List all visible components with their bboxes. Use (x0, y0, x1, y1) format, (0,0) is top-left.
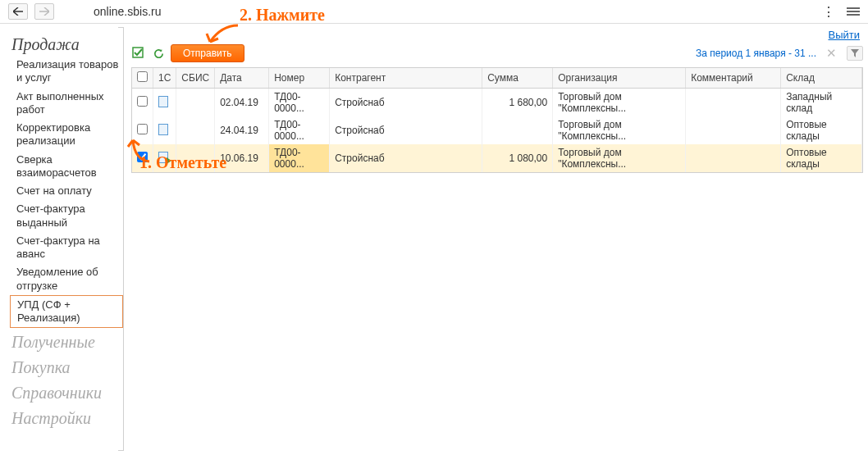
nav-section-refs[interactable]: Справочники (10, 379, 123, 404)
cell-comment (686, 144, 781, 172)
cell-date: 10.06.19 (215, 144, 269, 172)
top-right: Выйти (131, 24, 863, 43)
cell-org: Торговый дом "Комплексны... (553, 144, 686, 172)
nav-item-sf-advance[interactable]: Счет-фактура на аванс (10, 232, 123, 264)
col-counter[interactable]: Контрагент (330, 68, 482, 89)
col-checkbox[interactable] (132, 68, 153, 89)
nav-item-shipment[interactable]: Уведомление об отгрузке (10, 263, 123, 295)
col-1c[interactable]: 1С (153, 68, 176, 89)
cell-warehouse: Оптовые склады (781, 144, 862, 172)
cell-number: ТД00-0000... (269, 144, 330, 172)
url-display: online.sbis.ru (94, 5, 162, 18)
row-checkbox[interactable] (137, 96, 148, 107)
nav-item-upd[interactable]: УПД (СФ + Реализация) (10, 295, 123, 329)
row-checkbox[interactable] (137, 124, 148, 134)
cell-counter: Стройснаб (330, 116, 482, 144)
top-bar: online.sbis.ru ⋮ (0, 0, 868, 24)
cell-sbis (176, 144, 215, 172)
col-comment[interactable]: Комментарий (686, 68, 781, 89)
cell-sum: 1 680,00 (482, 89, 553, 117)
cell-org: Торговый дом "Комплексны... (553, 89, 686, 117)
send-button[interactable]: Отправить (171, 44, 244, 62)
sidebar: Продажа Реализация товаров и услуг Акт в… (0, 24, 123, 454)
doc-1c-icon (158, 152, 168, 163)
select-all-icon[interactable] (131, 46, 146, 61)
cell-date: 02.04.19 (215, 89, 269, 117)
cell-counter: Стройснаб (330, 89, 482, 117)
cell-warehouse: Западный склад (781, 89, 862, 117)
grid-header-row: 1С СБИС Дата Номер Контрагент Сумма Орга… (132, 68, 862, 89)
nav-item-reconcile[interactable]: Сверка взаиморасчетов (10, 151, 123, 183)
cell-org: Торговый дом "Комплексны... (553, 116, 686, 144)
table-row[interactable]: 24.04.19ТД00-0000...СтройснабТорговый до… (132, 116, 862, 144)
nav-back-button[interactable] (8, 3, 28, 20)
col-warehouse[interactable]: Склад (781, 68, 862, 89)
period-filter[interactable]: За период 1 января - 31 ... (696, 48, 816, 59)
nav-item-sf-issued[interactable]: Счет-фактура выданный (10, 200, 123, 232)
doc-1c-icon (158, 124, 168, 135)
cell-number: ТД00-0000... (269, 89, 330, 117)
doc-1c-icon (158, 96, 168, 107)
nav-forward-button[interactable] (34, 3, 54, 20)
grid: 1С СБИС Дата Номер Контрагент Сумма Орга… (131, 67, 863, 173)
cell-counter: Стройснаб (330, 144, 482, 172)
table-row[interactable]: 10.06.19ТД00-0000...Стройснаб1 080,00Тор… (132, 144, 862, 172)
cell-sum: 1 080,00 (482, 144, 553, 172)
cell-date: 24.04.19 (215, 116, 269, 144)
nav-section-sales[interactable]: Продажа (10, 30, 123, 56)
table-row[interactable]: 02.04.19ТД00-0000...Стройснаб1 680,00Тор… (132, 89, 862, 117)
more-icon[interactable]: ⋮ (817, 4, 840, 20)
toolbar: Отправить За период 1 января - 31 ... ✕ (131, 43, 863, 67)
nav-section-settings[interactable]: Настройки (10, 404, 123, 430)
nav-item-act[interactable]: Акт выполненных работ (10, 88, 123, 120)
logout-link[interactable]: Выйти (829, 29, 861, 41)
filter-icon[interactable] (847, 46, 863, 61)
col-date[interactable]: Дата (215, 68, 269, 89)
nav-item-correction[interactable]: Корректировка реализации (10, 119, 123, 151)
cell-number: ТД00-0000... (269, 116, 330, 144)
row-checkbox[interactable] (137, 152, 148, 162)
cell-sbis (176, 116, 215, 144)
nav-section-purchase[interactable]: Покупка (10, 353, 123, 379)
col-org[interactable]: Организация (553, 68, 686, 89)
cell-comment (686, 116, 781, 144)
col-sum[interactable]: Сумма (482, 68, 553, 89)
clear-filter-icon[interactable]: ✕ (821, 46, 842, 61)
col-number[interactable]: Номер (269, 68, 330, 89)
cell-sum (482, 116, 553, 144)
select-all-checkbox[interactable] (137, 71, 148, 82)
nav-item-invoice[interactable]: Счет на оплату (10, 182, 123, 200)
cell-sbis (176, 89, 215, 117)
col-sbis[interactable]: СБИС (176, 68, 215, 89)
content: 2. Нажмите Выйти Отправить За период 1 я… (123, 24, 868, 454)
nav-item-realization[interactable]: Реализация товаров и услуг (10, 56, 123, 88)
refresh-icon[interactable] (151, 46, 166, 61)
hamburger-icon[interactable] (847, 6, 860, 17)
nav-section-received[interactable]: Полученные (10, 328, 123, 353)
cell-comment (686, 89, 781, 117)
cell-warehouse: Оптовые склады (781, 116, 862, 144)
